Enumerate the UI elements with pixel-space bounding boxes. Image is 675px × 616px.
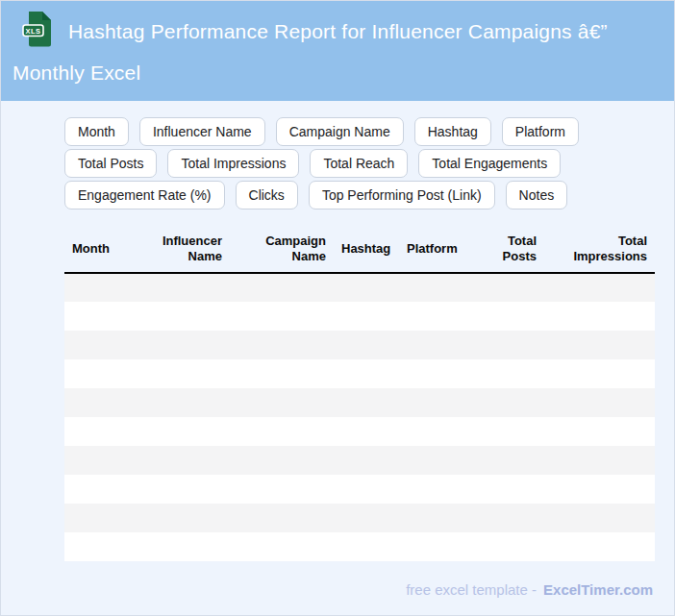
header: XLS Hashtag Performance Report for Influ…	[1, 1, 674, 101]
table-row	[64, 388, 655, 417]
table-row	[64, 273, 655, 302]
chip-total-impressions[interactable]: Total Impressions	[167, 149, 299, 178]
column-header-month: Month	[64, 226, 147, 273]
column-header-influencer-name: Influencer Name	[147, 226, 230, 273]
table-row	[64, 446, 655, 475]
column-header-campaign-name: Campaign Name	[230, 226, 334, 273]
chip-total-engagements[interactable]: Total Engagements	[418, 149, 561, 178]
chip-total-reach[interactable]: Total Reach	[310, 149, 408, 178]
chip-clicks[interactable]: Clicks	[236, 181, 298, 209]
chip-engagement-rate[interactable]: Engagement Rate (%)	[64, 181, 225, 209]
chip-month[interactable]: Month	[64, 117, 129, 146]
columns-table: MonthInfluencer NameCampaign NameHashtag…	[64, 226, 655, 561]
table-header-row: MonthInfluencer NameCampaign NameHashtag…	[64, 226, 655, 273]
page-title: Hashtag Performance Report for Influence…	[12, 20, 608, 84]
table-row	[64, 331, 655, 359]
table-row	[64, 475, 655, 504]
table-row	[64, 359, 655, 388]
chip-campaign-name[interactable]: Campaign Name	[276, 117, 404, 146]
table-row	[64, 532, 655, 561]
table-row-cell	[64, 446, 655, 475]
table-row-cell	[64, 504, 655, 532]
chip-total-posts[interactable]: Total Posts	[64, 149, 157, 178]
table-body	[64, 273, 655, 561]
column-header-total-impressions: Total Impressions	[544, 226, 655, 273]
footer-brand-link[interactable]: ExcelTimer.com	[543, 581, 653, 598]
chip-top-performing-post-link[interactable]: Top Performing Post (Link)	[309, 181, 495, 209]
column-header-hashtag: Hashtag	[334, 226, 399, 273]
table-row-cell	[64, 475, 655, 504]
chip-hashtag[interactable]: Hashtag	[414, 117, 491, 146]
page: XLS Hashtag Performance Report for Influ…	[0, 0, 675, 616]
chip-notes[interactable]: Notes	[506, 181, 568, 209]
xls-icon-label: XLS	[25, 27, 40, 36]
footer: free excel template -ExcelTimer.com	[1, 581, 653, 598]
xls-file-icon: XLS	[21, 10, 56, 57]
chip-influencer-name[interactable]: Influencer Name	[139, 117, 265, 146]
table-row-cell	[64, 273, 655, 302]
column-header-total-posts: Total Posts	[470, 226, 544, 273]
table-row	[64, 417, 655, 446]
table-row-cell	[64, 302, 655, 331]
table-row-cell	[64, 417, 655, 446]
table-row-cell	[64, 388, 655, 417]
table-row	[64, 504, 655, 532]
field-chips: MonthInfluencer NameCampaign NameHashtag…	[64, 117, 657, 209]
table-row-cell	[64, 359, 655, 388]
table-row-cell	[64, 331, 655, 359]
chip-platform[interactable]: Platform	[502, 117, 579, 146]
footer-text: free excel template -	[406, 581, 537, 598]
table-row	[64, 302, 655, 331]
table-row-cell	[64, 532, 655, 561]
column-header-platform: Platform	[399, 226, 470, 273]
